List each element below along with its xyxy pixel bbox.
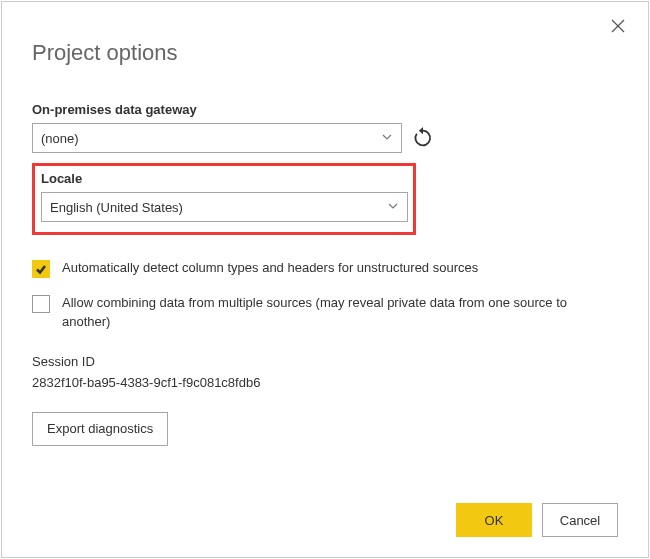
locale-select-value: English (United States) (50, 200, 183, 215)
gateway-select-value: (none) (41, 131, 79, 146)
chevron-down-icon (381, 131, 393, 146)
chevron-down-icon (387, 200, 399, 215)
export-diagnostics-button[interactable]: Export diagnostics (32, 412, 168, 446)
svg-marker-2 (419, 127, 423, 134)
checkmark-icon (35, 263, 47, 275)
locale-label: Locale (41, 171, 407, 186)
ok-button[interactable]: OK (456, 503, 532, 537)
autodetect-label: Automatically detect column types and he… (62, 259, 478, 278)
combine-checkbox[interactable] (32, 295, 50, 313)
combine-label: Allow combining data from multiple sourc… (62, 294, 618, 332)
gateway-select[interactable]: (none) (32, 123, 402, 153)
close-button[interactable] (610, 18, 630, 38)
cancel-button[interactable]: Cancel (542, 503, 618, 537)
dialog-footer: OK Cancel (456, 503, 618, 537)
autodetect-checkbox[interactable] (32, 260, 50, 278)
refresh-icon (412, 127, 434, 149)
gateway-row: (none) (32, 123, 618, 153)
session-section: Session ID 2832f10f-ba95-4383-9cf1-f9c08… (32, 354, 618, 390)
refresh-button[interactable] (412, 127, 434, 149)
gateway-label: On-premises data gateway (32, 102, 618, 117)
close-icon (610, 18, 626, 34)
session-id-value: 2832f10f-ba95-4383-9cf1-f9c081c8fdb6 (32, 375, 618, 390)
session-id-label: Session ID (32, 354, 618, 369)
locale-highlight: Locale English (United States) (32, 163, 416, 235)
dialog-frame: Project options On-premises data gateway… (1, 1, 649, 558)
autodetect-option: Automatically detect column types and he… (32, 259, 618, 278)
dialog-title: Project options (32, 40, 618, 66)
locale-select[interactable]: English (United States) (41, 192, 408, 222)
combine-option: Allow combining data from multiple sourc… (32, 294, 618, 332)
